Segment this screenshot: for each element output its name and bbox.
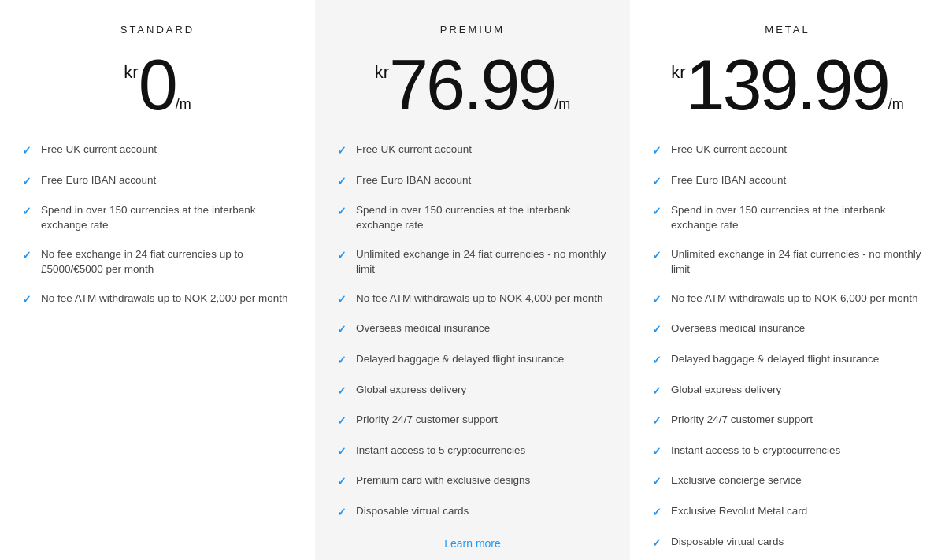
plan-metal-currency: kr (671, 64, 685, 81)
plan-metal-period: /m (888, 96, 904, 113)
check-icon: ✓ (652, 536, 662, 551)
feature-text: No fee ATM withdrawals up to NOK 4,000 p… (356, 291, 602, 306)
feature-text: No fee ATM withdrawals up to NOK 2,000 p… (41, 291, 287, 306)
check-icon: ✓ (337, 174, 346, 190)
feature-text: No fee ATM withdrawals up to NOK 6,000 p… (671, 291, 917, 306)
feature-text: Instant access to 5 cryptocurrencies (356, 443, 525, 458)
feature-text: Free Euro IBAN account (671, 173, 786, 188)
list-item: ✓ Priority 24/7 customer support (652, 413, 923, 429)
check-icon: ✓ (652, 143, 662, 159)
check-icon: ✓ (652, 204, 662, 220)
check-icon: ✓ (652, 248, 662, 264)
pricing-table: STANDARD kr 0 /m ✓ Free UK current accou… (0, 0, 945, 560)
list-item: ✓ Free Euro IBAN account (22, 173, 293, 190)
feature-text: Free UK current account (41, 143, 157, 158)
feature-text: Disposable virtual cards (356, 504, 469, 519)
feature-text: Spend in over 150 currencies at the inte… (671, 203, 923, 233)
list-item: ✓ Global express delivery (652, 383, 923, 399)
check-icon: ✓ (337, 353, 346, 369)
check-icon: ✓ (652, 384, 662, 399)
check-icon: ✓ (22, 143, 32, 159)
check-icon: ✓ (652, 414, 662, 429)
list-item: ✓ Free UK current account (337, 143, 608, 159)
feature-text: Spend in over 150 currencies at the inte… (41, 203, 293, 233)
check-icon: ✓ (337, 322, 346, 338)
feature-text: Disposable virtual cards (671, 535, 784, 550)
check-icon: ✓ (337, 444, 346, 460)
check-icon: ✓ (337, 248, 346, 264)
plan-metal-price-container: kr 139.99 /m (652, 50, 923, 121)
list-item: ✓ Priority 24/7 customer support (337, 413, 608, 429)
list-item: ✓ Free Euro IBAN account (337, 173, 608, 190)
check-icon: ✓ (652, 474, 662, 490)
feature-text: Free Euro IBAN account (356, 173, 471, 188)
check-icon: ✓ (22, 174, 32, 190)
feature-text: Overseas medical insurance (356, 321, 490, 336)
plan-premium-price-container: kr 76.99 /m (337, 50, 608, 121)
feature-text: Global express delivery (671, 383, 781, 398)
feature-text: Global express delivery (356, 383, 466, 398)
feature-text: Priority 24/7 customer support (356, 413, 498, 428)
plan-premium-period: /m (554, 96, 570, 113)
check-icon: ✓ (22, 292, 32, 308)
check-icon: ✓ (652, 174, 662, 190)
check-icon: ✓ (22, 248, 32, 264)
list-item: ✓ No fee exchange in 24 fiat currencies … (22, 247, 293, 277)
check-icon: ✓ (22, 204, 32, 220)
list-item: ✓ No fee ATM withdrawals up to NOK 6,000… (652, 291, 923, 308)
check-icon: ✓ (652, 505, 662, 521)
feature-text: Exclusive concierge service (671, 473, 802, 488)
check-icon: ✓ (652, 444, 662, 460)
check-icon: ✓ (652, 292, 662, 308)
list-item: ✓ Delayed baggage & delayed flight insur… (652, 352, 923, 369)
list-item: ✓ Spend in over 150 currencies at the in… (337, 203, 608, 233)
list-item: ✓ Spend in over 150 currencies at the in… (22, 203, 293, 233)
list-item: ✓ Exclusive Revolut Metal card (652, 504, 923, 521)
feature-text: Free Euro IBAN account (41, 173, 156, 188)
list-item: ✓ Free Euro IBAN account (652, 173, 923, 190)
list-item: ✓ Unlimited exchange in 24 fiat currenci… (652, 247, 923, 277)
plan-standard-price-container: kr 0 /m (22, 50, 293, 121)
list-item: ✓ Overseas medical insurance (652, 321, 923, 338)
feature-text: Free UK current account (671, 143, 787, 158)
feature-text: Instant access to 5 cryptocurrencies (671, 443, 840, 458)
list-item: ✓ Disposable virtual cards (652, 535, 923, 551)
list-item: ✓ No fee ATM withdrawals up to NOK 4,000… (337, 291, 608, 308)
check-icon: ✓ (652, 353, 662, 369)
plan-standard: STANDARD kr 0 /m ✓ Free UK current accou… (0, 0, 315, 560)
plan-standard-currency: kr (124, 64, 138, 81)
feature-text: Overseas medical insurance (671, 321, 805, 336)
feature-text: Unlimited exchange in 24 fiat currencies… (671, 247, 923, 277)
plan-metal: METAL kr 139.99 /m ✓ Free UK current acc… (630, 0, 945, 560)
plan-metal-title: METAL (652, 24, 923, 35)
list-item: ✓ Free UK current account (652, 143, 923, 159)
check-icon: ✓ (337, 292, 346, 308)
check-icon: ✓ (337, 143, 346, 159)
learn-more-link[interactable]: Learn more (444, 537, 501, 550)
feature-text: Free UK current account (356, 143, 472, 158)
plan-premium-title: PREMIUM (337, 24, 608, 35)
list-item: ✓ Free UK current account (22, 143, 293, 159)
list-item: ✓ Global express delivery (337, 383, 608, 399)
check-icon: ✓ (337, 414, 346, 429)
plan-premium-features: ✓ Free UK current account ✓ Free Euro IB… (337, 143, 608, 521)
feature-text: Delayed baggage & delayed flight insuran… (671, 352, 879, 367)
plan-standard-amount: 0 (139, 50, 176, 121)
check-icon: ✓ (337, 204, 346, 220)
check-icon: ✓ (337, 474, 346, 490)
list-item: ✓ Instant access to 5 cryptocurrencies (652, 443, 923, 460)
check-icon: ✓ (337, 384, 346, 399)
plan-premium-amount: 76.99 (389, 50, 554, 121)
list-item: ✓ No fee ATM withdrawals up to NOK 2,000… (22, 291, 293, 308)
check-icon: ✓ (337, 505, 346, 521)
list-item: ✓ Exclusive concierge service (652, 473, 923, 490)
list-item: ✓ Disposable virtual cards (337, 504, 608, 521)
list-item: ✓ Delayed baggage & delayed flight insur… (337, 352, 608, 369)
plan-metal-amount: 139.99 (686, 50, 888, 121)
feature-text: Priority 24/7 customer support (671, 413, 813, 428)
plan-standard-title: STANDARD (22, 24, 293, 35)
learn-more-container: Learn more (337, 536, 608, 551)
check-icon: ✓ (652, 322, 662, 338)
list-item: ✓ Premium card with exclusive designs (337, 473, 608, 490)
plan-premium: PREMIUM kr 76.99 /m ✓ Free UK current ac… (315, 0, 630, 560)
